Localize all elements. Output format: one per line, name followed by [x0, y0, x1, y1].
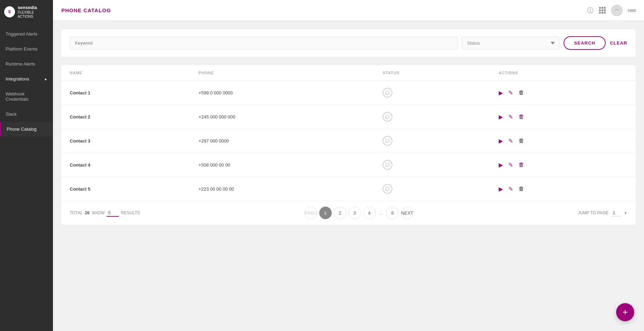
page-title: PHONE CATALOG [61, 7, 111, 13]
delete-icon[interactable]: 🗑 [519, 162, 524, 168]
sidebar-nav: Triggered Alerts Platform Events Runtime… [0, 24, 53, 331]
search-button[interactable]: SEARCH [564, 36, 606, 50]
sidebar-item-webhook-credentials[interactable]: Webhook Credentials [0, 86, 53, 107]
delete-icon[interactable]: 🗑 [519, 114, 524, 120]
contact-name: Contact 2 [61, 105, 190, 129]
search-bar: Status Active Inactive SEARCH CLEAR [61, 29, 636, 57]
play-icon[interactable]: ▶ [499, 138, 503, 144]
content-area: Status Active Inactive SEARCH CLEAR NAME… [53, 21, 644, 331]
sidebar: S sensedia FLEXIBLE ACTIONS Triggered Al… [0, 0, 53, 331]
play-icon[interactable]: ▶ [499, 162, 503, 168]
add-button[interactable]: + [616, 303, 634, 321]
logo-text: sensedia FLEXIBLE ACTIONS [18, 5, 49, 19]
status-cell [374, 129, 490, 153]
chevron-up-icon: ▲ [44, 77, 47, 81]
status-cell [374, 105, 490, 129]
sidebar-item-runtime-alerts[interactable]: Runtime Alerts [0, 56, 53, 71]
avatar[interactable]: ◠ [611, 5, 622, 16]
status-select[interactable]: Status Active Inactive [462, 37, 559, 49]
table-row: Contact 5 +223 00 00 00 00 ▶ ✎ 🗑 [61, 177, 636, 201]
header: PHONE CATALOG ⓘ ◠ root [53, 0, 644, 21]
pagination: TOTAL 26 SHOW 5 10 25 RESULTS PREV 1 2 3… [61, 201, 636, 225]
table-row: Contact 1 +599 0 000 0000 ▶ ✎ 🗑 [61, 81, 636, 105]
jump-to-page: JUMP TO PAGE 1 2 3 4 5 6 ▼ [578, 209, 627, 216]
pagination-pages: PREV 1 2 3 4 ... 6 NEXT [144, 207, 574, 219]
table-row: Contact 4 +508 000 00 00 ▶ ✎ 🗑 [61, 153, 636, 177]
whatsapp-icon [383, 160, 392, 170]
play-icon[interactable]: ▶ [499, 114, 503, 120]
play-icon[interactable]: ▶ [499, 186, 503, 192]
actions-cell: ▶ ✎ 🗑 [490, 81, 636, 105]
show-select[interactable]: 5 10 25 [107, 209, 119, 217]
actions-cell: ▶ ✎ 🗑 [490, 153, 636, 177]
sidebar-item-platform-events[interactable]: Platform Events [0, 41, 53, 56]
prev-button[interactable]: PREV [305, 207, 317, 219]
whatsapp-icon [383, 88, 392, 98]
phone-number: +223 00 00 00 00 [190, 177, 374, 201]
edit-icon[interactable]: ✎ [508, 90, 513, 96]
delete-icon[interactable]: 🗑 [519, 138, 524, 144]
col-status: STATUS [374, 65, 490, 81]
phone-number: +245 000 000 000 [190, 105, 374, 129]
clear-button[interactable]: CLEAR [610, 40, 627, 46]
table-row: Contact 3 +297 000 0000 ▶ ✎ 🗑 [61, 129, 636, 153]
user-name: root [628, 8, 636, 13]
search-input[interactable] [70, 37, 458, 49]
delete-icon[interactable]: 🗑 [519, 186, 524, 192]
edit-icon[interactable]: ✎ [508, 186, 513, 192]
table-row: Contact 2 +245 000 000 000 ▶ ✎ 🗑 [61, 105, 636, 129]
next-button[interactable]: NEXT [401, 207, 413, 219]
total-count: 26 [85, 210, 90, 215]
logo-icon: S [4, 6, 15, 17]
pagination-info: TOTAL 26 SHOW 5 10 25 RESULTS [70, 209, 140, 217]
phone-number: +297 000 0000 [190, 129, 374, 153]
status-cell [374, 81, 490, 105]
ellipsis: ... [378, 210, 384, 216]
edit-icon[interactable]: ✎ [508, 138, 513, 144]
page-2-button[interactable]: 2 [334, 207, 346, 219]
delete-icon[interactable]: 🗑 [519, 90, 524, 96]
page-6-button[interactable]: 6 [386, 207, 399, 219]
contact-name: Contact 4 [61, 153, 190, 177]
contact-name: Contact 3 [61, 129, 190, 153]
play-icon[interactable]: ▶ [499, 90, 503, 96]
page-1-button[interactable]: 1 [319, 207, 332, 219]
col-name: NAME [61, 65, 190, 81]
page-3-button[interactable]: 3 [348, 207, 361, 219]
sidebar-item-triggered-alerts[interactable]: Triggered Alerts [0, 26, 53, 41]
phone-number: +508 000 00 00 [190, 153, 374, 177]
col-phone: PHONE [190, 65, 374, 81]
help-icon[interactable]: ⓘ [587, 6, 593, 15]
actions-cell: ▶ ✎ 🗑 [490, 177, 636, 201]
status-cell [374, 177, 490, 201]
whatsapp-icon [383, 184, 392, 194]
table-card: NAME PHONE STATUS ACTIONS Contact 1 +599… [61, 65, 636, 225]
jump-select[interactable]: 1 2 3 4 5 6 [611, 209, 621, 216]
logo: S sensedia FLEXIBLE ACTIONS [0, 0, 53, 24]
main-content: PHONE CATALOG ⓘ ◠ root Status Active Ina… [53, 0, 644, 331]
contact-name: Contact 1 [61, 81, 190, 105]
header-actions: ⓘ ◠ root [587, 5, 636, 16]
status-cell [374, 153, 490, 177]
contact-name: Contact 5 [61, 177, 190, 201]
sidebar-item-slack[interactable]: Slack [0, 107, 53, 122]
sidebar-item-integrations[interactable]: Integrations ▲ [0, 71, 53, 86]
page-4-button[interactable]: 4 [363, 207, 376, 219]
phone-number: +599 0 000 0000 [190, 81, 374, 105]
edit-icon[interactable]: ✎ [508, 114, 513, 120]
whatsapp-icon [383, 136, 392, 146]
contacts-table: NAME PHONE STATUS ACTIONS Contact 1 +599… [61, 65, 636, 201]
chevron-down-icon: ▼ [624, 211, 627, 215]
actions-cell: ▶ ✎ 🗑 [490, 129, 636, 153]
apps-icon[interactable] [599, 7, 606, 14]
whatsapp-icon [383, 112, 392, 122]
actions-cell: ▶ ✎ 🗑 [490, 105, 636, 129]
edit-icon[interactable]: ✎ [508, 162, 513, 168]
col-actions: ACTIONS [490, 65, 636, 81]
sidebar-item-phone-catalog[interactable]: Phone Catalog [0, 122, 53, 137]
